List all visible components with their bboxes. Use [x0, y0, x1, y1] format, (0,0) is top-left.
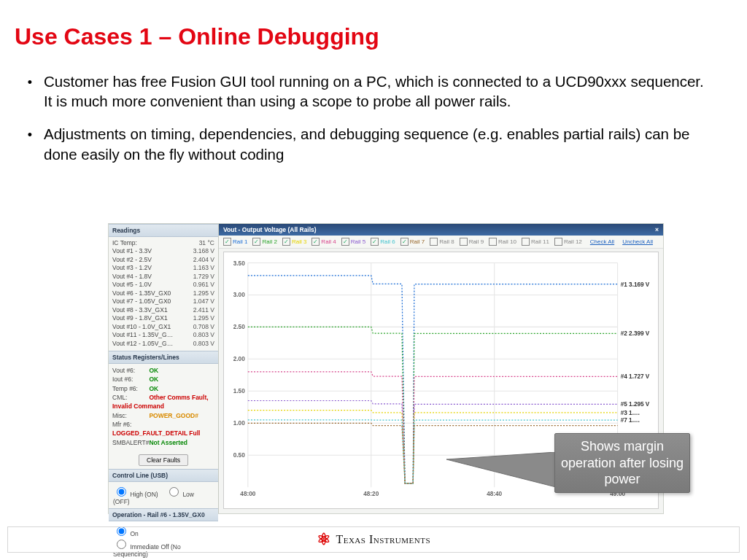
rail-checkbox[interactable]: Rail 11: [522, 238, 549, 246]
reading-row: Vout #7 - 1.05V_GX01.047 V: [112, 298, 214, 306]
rail-checkbox[interactable]: ✓Rail 5: [341, 238, 365, 246]
bullet-item: Customer has free Fusion GUI tool runnin…: [39, 71, 709, 112]
status-row: Temp #6: OK: [112, 384, 214, 393]
readings-panel: IC Temp:31 °C Vout #1 - 3.3V3.168 VVout …: [109, 237, 218, 351]
bullet-list: Customer has free Fusion GUI tool runnin…: [0, 66, 747, 165]
rail-checkbox[interactable]: ✓Rail 3: [282, 238, 306, 246]
readings-panel-title: Readings: [109, 224, 218, 237]
ic-temp-value: 31 °C: [199, 239, 214, 247]
svg-text:1.50: 1.50: [233, 388, 245, 394]
svg-text:2.00: 2.00: [233, 356, 245, 362]
svg-text:#5 1.295 V: #5 1.295 V: [621, 401, 650, 408]
clear-faults-button[interactable]: Clear Faults: [139, 454, 188, 466]
control-high-radio[interactable]: High (ON): [113, 491, 158, 498]
ti-mark-icon: ⚛: [317, 532, 332, 548]
ic-temp-label: IC Temp:: [112, 239, 137, 247]
svg-text:#2 2.399 V: #2 2.399 V: [621, 330, 650, 337]
status-row: Misc: POWER_GOOD#: [112, 411, 214, 420]
svg-text:0.50: 0.50: [233, 452, 245, 459]
svg-text:48:00: 48:00: [240, 491, 255, 498]
svg-text:1.00: 1.00: [233, 420, 245, 427]
status-row: Vout #6: OK: [112, 366, 214, 375]
rail-checkbox[interactable]: ✓Rail 7: [400, 238, 425, 246]
close-icon[interactable]: ×: [655, 226, 659, 233]
reading-row: Vout #11 - 1.35V_G…0.803 V: [112, 331, 214, 339]
svg-text:#1 3.169 V: #1 3.169 V: [621, 281, 650, 288]
status-panel: Vout #6: OKIout #6: OKTemp #6: OKCML: Ot…: [109, 364, 218, 451]
slide: Use Cases 1 – Online Debugging Customer …: [0, 0, 747, 560]
status-panel-title: Status Registers/Lines: [109, 351, 218, 364]
sidebar: Readings IC Temp:31 °C Vout #1 - 3.3V3.1…: [109, 224, 218, 513]
reading-row: Vout #1 - 3.3V3.168 V: [112, 247, 214, 255]
rail-checkbox[interactable]: ✓Rail 4: [311, 238, 336, 246]
ti-logo: ⚛ Texas Instruments: [317, 532, 430, 548]
reading-row: Vout #6 - 1.35V_GX01.295 V: [112, 289, 214, 298]
reading-row: Vout #2 - 2.5V2.404 V: [112, 256, 214, 264]
svg-text:#7 1.…: #7 1.…: [621, 417, 640, 424]
status-row: Iout #6: OK: [112, 375, 214, 384]
svg-text:#3 1.…: #3 1.…: [621, 410, 640, 416]
svg-text:#4 1.727 V: #4 1.727 V: [621, 373, 650, 380]
reading-row: Vout #12 - 1.05V_G…0.803 V: [112, 340, 214, 348]
reading-row: Vout #10 - 1.0V_GX10.708 V: [112, 323, 214, 331]
callout-text: Shows margin operation after losing powe…: [555, 438, 689, 488]
rail-checkbox[interactable]: ✓Rail 1: [223, 238, 247, 246]
svg-text:48:20: 48:20: [363, 491, 379, 498]
reading-row: Vout #4 - 1.8V1.729 V: [112, 273, 214, 281]
rail-checkbox[interactable]: ✓Rail 2: [252, 238, 276, 246]
uncheck-all-link[interactable]: Uncheck All: [622, 238, 653, 245]
rail-checkbox[interactable]: Rail 8: [430, 238, 454, 246]
status-row: Mfr #6: LOGGED_FAULT_DETAIL Full: [112, 420, 214, 438]
reading-row: Vout #9 - 1.8V_GX11.295 V: [112, 314, 214, 322]
plot-header: Vout - Output Voltage (All Rails) ×: [219, 224, 663, 236]
reading-row: Vout #8 - 3.3V_GX12.411 V: [112, 306, 214, 314]
callout-box: Shows margin operation after losing powe…: [554, 433, 690, 493]
rail-checkbox[interactable]: Rail 12: [554, 238, 582, 246]
ti-brand-text: Texas Instruments: [336, 533, 430, 546]
control-panel-title: Control Line (USB): [109, 469, 218, 482]
rail-checkbox[interactable]: Rail 10: [489, 238, 516, 246]
reading-row: Vout #3 - 1.2V1.163 V: [112, 264, 214, 272]
reading-row: Vout #5 - 1.0V0.961 V: [112, 281, 214, 289]
svg-text:48:40: 48:40: [487, 491, 502, 498]
svg-text:2.50: 2.50: [233, 324, 245, 330]
operation-panel-title: Operation - Rail #6 - 1.35V_GX0: [109, 508, 218, 521]
footer: ⚛ Texas Instruments: [7, 526, 740, 553]
rail-checkboxes: ✓Rail 1✓Rail 2✓Rail 3✓Rail 4✓Rail 5✓Rail…: [219, 236, 663, 249]
slide-title: Use Cases 1 – Online Debugging: [0, 0, 747, 50]
check-all-link[interactable]: Check All: [590, 238, 614, 245]
bullet-item: Adjustments on timing, dependencies, and…: [39, 124, 709, 164]
plot-title: Vout - Output Voltage (All Rails): [223, 226, 317, 233]
control-panel: High (ON) Low (OFF): [109, 482, 218, 508]
svg-text:3.00: 3.00: [233, 292, 245, 298]
status-row: SMBALERT# Not Asserted: [112, 438, 214, 447]
svg-text:3.50: 3.50: [233, 260, 245, 267]
rail-checkbox[interactable]: Rail 9: [460, 238, 484, 246]
status-row: CML: Other Comms Fault, Invalid Command: [112, 393, 214, 411]
rail-checkbox[interactable]: ✓Rail 6: [371, 238, 395, 246]
